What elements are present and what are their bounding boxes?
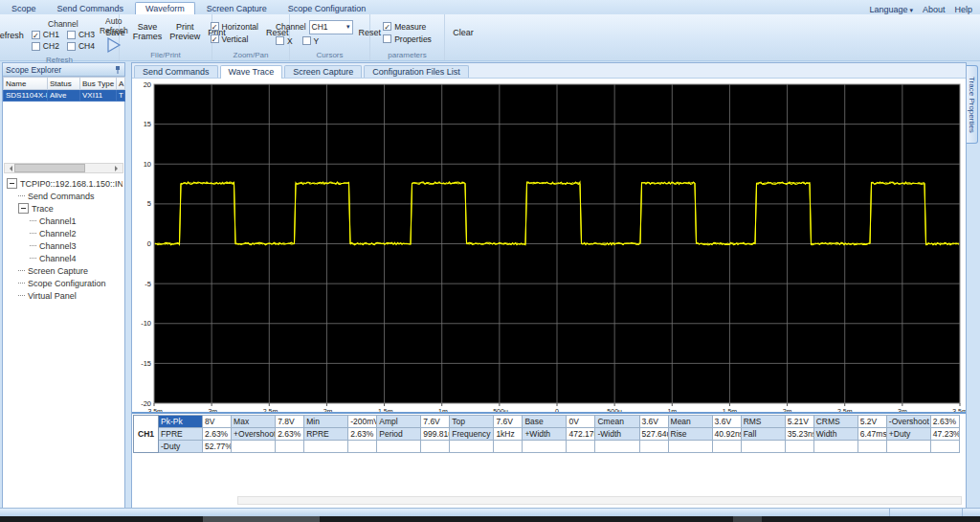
measure-label-cell[interactable]: -Overshoot [886,416,930,428]
scroll-right-icon[interactable] [115,166,121,171]
measure-value-cell[interactable]: 52.77% [203,441,232,453]
status-resize-grip[interactable] [962,509,980,516]
wave-plot[interactable]: 20151050-5-10-15-20-3.5m-3m-2.5m-2m-1.5m… [132,79,966,416]
measure-value-cell[interactable]: 999.81us [421,428,450,441]
tree-item-root[interactable]: TCPIP0::192.168.1.150::INSTR [7,177,122,190]
device-row[interactable]: SDS1104X-E Alive VXI11 T [4,90,125,102]
wave-plot-area[interactable]: 20151050-5-10-15-20-3.5m-3m-2.5m-2m-1.5m… [132,79,966,416]
language-menu[interactable]: Language▾ [869,5,913,14]
tab-screen-capture[interactable]: Screen Capture [197,3,277,14]
tab-scope-configuration[interactable]: Scope Configuration [278,3,376,14]
measure-label-cell[interactable]: RMS [741,416,785,428]
measure-value-cell[interactable] [348,441,377,453]
measure-label-cell[interactable]: Ampl [377,416,421,428]
measure-label-cell[interactable]: -Duty [159,441,203,453]
help-menu[interactable]: Help [954,5,972,14]
clear-button[interactable]: Clear [450,26,477,39]
measure-value-cell[interactable]: 2.63% [276,428,304,441]
tree-item-screen-capture[interactable]: Screen Capture [18,264,122,277]
measure-value-cell[interactable]: 3.6V [639,416,668,428]
measure-label-cell[interactable]: Pk-Pk [159,416,203,428]
measure-value-cell[interactable]: 8V [203,416,232,428]
cursor-x-checkbox[interactable]: X [276,36,293,46]
measure-label-cell[interactable]: Width [813,428,858,441]
measure-value-cell[interactable] [276,441,304,453]
measure-label-cell[interactable]: Base [523,416,567,428]
tree-expander-minus-icon[interactable] [7,178,17,189]
tree-item-channel4[interactable]: Channel4 [30,252,122,264]
pin-icon[interactable] [114,65,122,74]
measure-value-cell[interactable]: 35.23ns [785,428,813,441]
measure-label-cell[interactable]: Rise [668,428,712,441]
measure-label-cell[interactable]: Period [377,428,421,441]
doc-tab-config-files[interactable]: Configuration Files List [364,65,469,78]
measure-label-cell[interactable] [232,441,276,453]
scroll-left-icon[interactable] [7,166,12,171]
measure-value-cell[interactable]: 3.6V [712,416,741,428]
measure-label-cell[interactable]: RPRE [304,428,348,441]
measure-value-cell[interactable]: 7.8V [276,416,304,428]
tree-item-channel1[interactable]: Channel1 [30,215,122,227]
tree-item-scope-configuration[interactable]: Scope Configuration [18,277,122,289]
tree-item-virtual-panel[interactable]: Virtual Panel [18,289,122,302]
ch1-checkbox[interactable]: ✓CH1 [32,30,59,39]
measure-value-cell[interactable]: 7.6V [421,416,450,428]
device-address[interactable]: T [117,90,125,102]
tree-item-send-commands[interactable]: Send Commands [18,190,122,202]
measure-value-cell[interactable] [712,441,741,453]
tree-expander-minus-icon[interactable] [18,203,29,214]
measure-label-cell[interactable] [304,441,348,453]
measure-value-cell[interactable] [639,441,668,453]
properties-checkbox[interactable]: Properties [383,34,432,44]
measure-label-cell[interactable]: CRMS [813,416,858,428]
measure-value-cell[interactable] [421,441,450,453]
measure-label-cell[interactable]: Cmean [595,416,639,428]
tree-item-channel3[interactable]: Channel3 [30,239,122,252]
save-button[interactable]: Save [102,26,128,39]
explorer-horizontal-scrollbar[interactable] [4,163,123,173]
print-preview-button[interactable]: Print Preview [167,21,203,44]
measure-value-cell[interactable]: -200mV [348,416,377,428]
trace-properties-tab[interactable]: Trace Properties [967,65,978,144]
measure-label-cell[interactable]: FPRE [159,428,203,441]
measure-label-cell[interactable] [741,441,785,453]
measure-value-cell[interactable]: 1kHz [494,428,523,441]
measure-label-cell[interactable]: Frequency [450,428,494,441]
measure-value-cell[interactable]: 6.47ms [858,428,886,441]
plot-table-splitter[interactable] [132,412,966,414]
doc-tab-screen-capture[interactable]: Screen Capture [284,65,362,78]
ch3-checkbox[interactable]: CH3 [67,30,95,39]
measure-label-cell[interactable]: -Width [595,428,639,441]
measure-label-cell[interactable]: Fall [741,428,785,441]
measure-value-cell[interactable]: 0V [567,416,595,428]
measure-value-cell[interactable] [567,441,595,453]
measure-value-cell[interactable]: 5.21V [785,416,813,428]
save-frames-button[interactable]: Save Frames [130,21,166,44]
measure-label-cell[interactable]: +Duty [886,428,930,441]
device-col-bustype[interactable]: Bus Type [80,78,117,90]
measure-label-cell[interactable] [450,441,494,453]
device-col-name[interactable]: Name [4,78,48,90]
measure-label-cell[interactable]: Top [450,416,494,428]
measure-value-cell[interactable]: 472.17us [567,428,595,441]
measure-label-cell[interactable] [377,441,421,453]
measure-checkbox[interactable]: ✓Measure [383,22,432,32]
measure-value-cell[interactable] [785,441,813,453]
tab-waveform[interactable]: Waveform [135,2,195,14]
measure-label-cell[interactable] [595,441,639,453]
ch4-checkbox[interactable]: CH4 [67,41,95,51]
measure-value-cell[interactable]: 40.92ns [712,428,741,441]
channel-header-cell[interactable]: CH1 [134,416,159,453]
measure-label-cell[interactable]: Mean [668,416,712,428]
tree-item-trace[interactable]: Trace [18,202,122,215]
measure-value-cell[interactable]: 47.23% [930,428,959,441]
measure-value-cell[interactable]: 7.6V [494,416,523,428]
ch2-checkbox[interactable]: CH2 [32,41,59,51]
horizontal-checkbox[interactable]: ✓Horizontal [211,22,258,32]
device-bus[interactable]: VXI11 [80,90,117,102]
measure-value-cell[interactable] [930,441,959,453]
doc-tab-wave-trace[interactable]: Wave Trace [220,65,283,79]
measure-label-cell[interactable]: Max [232,416,276,428]
measure-value-cell[interactable]: 2.63% [930,416,959,428]
main-horizontal-scrollbar[interactable] [237,496,962,505]
